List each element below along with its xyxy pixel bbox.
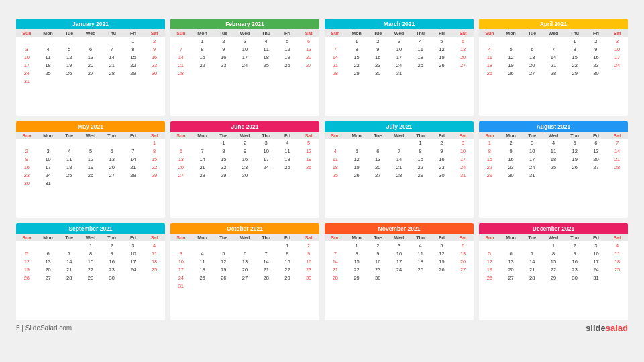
day-cell: 27 <box>586 164 607 172</box>
day-header-cell: Sat <box>452 132 474 139</box>
day-cell: 28 <box>325 69 346 77</box>
day-header-cell: Sun <box>325 29 346 37</box>
day-cell: 13 <box>298 45 319 53</box>
day-cell <box>38 139 59 147</box>
day-cell <box>586 172 607 180</box>
day-cell: 22 <box>192 61 213 69</box>
day-cell: 12 <box>431 45 453 53</box>
day-cell: 19 <box>213 265 234 274</box>
day-cell: 9 <box>16 156 38 164</box>
month-block: January 2021SunMonTueWedThuFriSat1234567… <box>16 19 165 116</box>
day-cell <box>325 37 346 45</box>
days-grid: 1234567891011121314151617181920212223242… <box>479 241 628 282</box>
day-cell: 9 <box>586 45 607 53</box>
day-cell: 16 <box>564 257 586 265</box>
day-cell: 11 <box>543 147 564 156</box>
day-cell: 8 <box>543 249 564 257</box>
day-cell <box>170 139 192 147</box>
day-cell: 2 <box>586 37 607 45</box>
day-cell: 23 <box>367 265 388 274</box>
day-cell: 13 <box>367 156 388 164</box>
day-cell <box>452 69 474 77</box>
day-header-cell: Sat <box>144 234 165 241</box>
day-cell: 30 <box>564 274 586 282</box>
day-header-cell: Sat <box>452 234 474 241</box>
day-cell: 11 <box>410 45 431 53</box>
day-cell <box>16 139 38 147</box>
day-cell: 4 <box>256 37 277 45</box>
day-cell: 7 <box>325 45 346 53</box>
day-cell: 8 <box>213 147 234 156</box>
day-cell: 30 <box>101 274 123 282</box>
day-header-cell: Sat <box>606 234 628 241</box>
day-header-cell: Wed <box>543 234 564 241</box>
day-cell: 19 <box>298 156 319 164</box>
day-header-cell: Mon <box>192 234 213 241</box>
day-header-cell: Tue <box>58 234 80 241</box>
day-cell: 17 <box>606 53 628 61</box>
day-header-cell: Wed <box>543 132 564 139</box>
day-cell <box>606 69 628 77</box>
day-cell: 30 <box>367 274 388 282</box>
day-cell: 12 <box>298 147 319 156</box>
day-cell: 8 <box>123 45 144 53</box>
day-cell <box>192 69 213 77</box>
day-cell: 11 <box>277 147 299 156</box>
day-cell <box>144 180 165 188</box>
day-cell: 22 <box>123 61 144 69</box>
day-cell: 4 <box>192 249 213 257</box>
day-cell: 15 <box>277 257 299 265</box>
day-header-cell: Tue <box>367 132 388 139</box>
day-cell: 18 <box>410 53 431 61</box>
day-header-cell: Sat <box>144 29 165 37</box>
day-cell: 10 <box>256 147 277 156</box>
day-cell: 29 <box>213 172 234 180</box>
day-cell: 22 <box>564 61 586 69</box>
day-cell: 1 <box>543 241 564 249</box>
days-grid: 1234567891011121314151617181920212223242… <box>16 37 165 85</box>
day-cell <box>256 172 277 180</box>
day-cell: 13 <box>586 147 607 156</box>
day-cell: 28 <box>388 172 410 180</box>
day-cell: 24 <box>38 172 59 180</box>
day-cell: 29 <box>410 172 431 180</box>
day-header-cell: Tue <box>521 234 543 241</box>
day-cell: 15 <box>123 53 144 61</box>
day-header-cell: Sun <box>16 234 38 241</box>
day-cell: 23 <box>586 61 607 69</box>
day-cell: 15 <box>479 156 500 164</box>
day-cell: 24 <box>521 164 543 172</box>
day-header-cell: Tue <box>521 29 543 37</box>
day-cell: 16 <box>431 156 453 164</box>
day-cell: 7 <box>521 249 543 257</box>
day-cell: 26 <box>500 69 522 77</box>
day-cell: 27 <box>170 172 192 180</box>
day-cell <box>58 180 80 188</box>
day-cell: 17 <box>123 257 144 265</box>
day-cell: 29 <box>144 172 165 180</box>
day-cell <box>346 139 368 147</box>
day-cell: 15 <box>564 53 586 61</box>
day-cell: 6 <box>367 147 388 156</box>
day-header-cell: Thu <box>410 29 431 37</box>
day-cell <box>192 241 213 249</box>
day-cell: 15 <box>543 257 564 265</box>
day-cell: 25 <box>38 69 59 77</box>
day-cell: 7 <box>256 249 277 257</box>
day-cell: 30 <box>234 172 256 180</box>
day-cell: 3 <box>388 241 410 249</box>
day-cell: 7 <box>606 139 628 147</box>
day-cell: 29 <box>123 69 144 77</box>
day-cell: 23 <box>431 164 453 172</box>
day-cell: 8 <box>479 147 500 156</box>
day-cell: 11 <box>606 249 628 257</box>
day-header-cell: Sat <box>298 132 319 139</box>
day-cell <box>543 37 564 45</box>
day-cell <box>80 180 101 188</box>
day-cell: 21 <box>101 61 123 69</box>
day-cell: 11 <box>256 45 277 53</box>
day-cell: 24 <box>452 164 474 172</box>
day-cell: 7 <box>170 45 192 53</box>
day-cell: 17 <box>388 257 410 265</box>
day-header-cell: Thu <box>256 29 277 37</box>
